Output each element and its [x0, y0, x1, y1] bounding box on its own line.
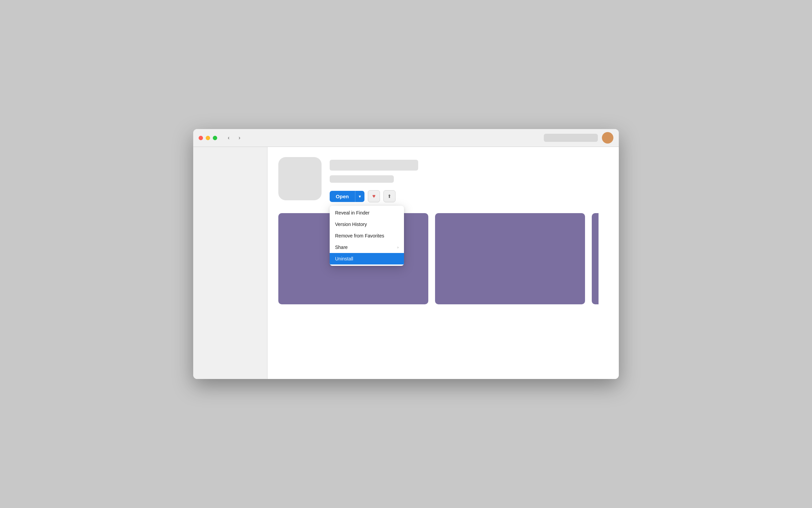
open-button-group: Open ▾ Reveal in Finder Version Hist: [330, 191, 364, 202]
nav-arrows: ‹ ›: [224, 133, 244, 143]
menu-item-remove-from-favorites[interactable]: Remove from Favorites: [330, 230, 404, 242]
menu-item-label: Share: [335, 245, 348, 250]
avatar[interactable]: [602, 132, 613, 144]
heart-icon: ♥: [372, 193, 376, 199]
menu-item-reveal-in-finder[interactable]: Reveal in Finder: [330, 207, 404, 219]
share-button[interactable]: ⬆: [383, 190, 396, 202]
app-info: Open ▾ Reveal in Finder Version Hist: [330, 157, 608, 202]
forward-button[interactable]: ›: [235, 133, 244, 143]
back-button[interactable]: ‹: [224, 133, 233, 143]
share-icon: ⬆: [387, 194, 391, 199]
app-icon: [278, 157, 322, 200]
app-name-placeholder: [330, 160, 418, 171]
minimize-button[interactable]: [206, 136, 210, 140]
menu-item-label: Version History: [335, 222, 367, 227]
menu-item-uninstall[interactable]: Uninstall: [330, 253, 404, 264]
traffic-lights: [199, 136, 217, 140]
menu-item-share[interactable]: Share ›: [330, 242, 404, 253]
dropdown-menu: Reveal in Finder Version History Remove …: [330, 206, 404, 266]
app-subtitle-placeholder: [330, 175, 394, 183]
screenshot-card-2: [435, 213, 585, 304]
open-dropdown-arrow[interactable]: ▾: [355, 191, 364, 202]
search-bar[interactable]: [544, 134, 598, 142]
titlebar: ‹ ›: [193, 129, 619, 147]
main-content: Open ▾ Reveal in Finder Version Hist: [268, 147, 619, 379]
close-button[interactable]: [199, 136, 203, 140]
open-button[interactable]: Open: [330, 191, 355, 202]
menu-item-label: Reveal in Finder: [335, 210, 370, 215]
app-window: ‹ › Open: [193, 129, 619, 379]
dropdown-chevron-icon: ▾: [359, 194, 361, 199]
maximize-button[interactable]: [213, 136, 217, 140]
button-row: Open ▾ Reveal in Finder Version Hist: [330, 190, 608, 202]
sidebar: [193, 147, 268, 379]
screenshot-card-3-partial: [592, 213, 599, 304]
app-header: Open ▾ Reveal in Finder Version Hist: [278, 157, 608, 202]
menu-item-version-history[interactable]: Version History: [330, 219, 404, 230]
menu-item-label: Remove from Favorites: [335, 233, 384, 238]
titlebar-right: [544, 132, 613, 144]
favorite-button[interactable]: ♥: [368, 190, 380, 202]
share-chevron-icon: ›: [397, 245, 399, 249]
screenshots-area: [278, 213, 608, 304]
content-area: Open ▾ Reveal in Finder Version Hist: [193, 147, 619, 379]
menu-item-label: Uninstall: [335, 256, 353, 261]
